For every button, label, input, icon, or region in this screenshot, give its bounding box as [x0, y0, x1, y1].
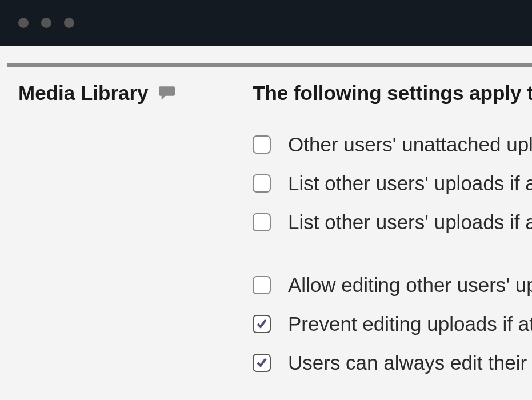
checkbox-row-unattached-uploads: Other users' unattached uploads	[253, 133, 532, 156]
checkbox-unattached-uploads[interactable]	[253, 135, 271, 154]
checkbox-row-list-uploads-1: List other users' uploads if attach	[253, 172, 532, 195]
checkbox-label: Prevent editing uploads if attache	[288, 313, 532, 335]
media-library-options: The following settings apply to use Othe…	[253, 82, 532, 390]
checkbox-row-allow-editing: Allow editing other users' uploads	[253, 274, 532, 297]
checkbox-label: List other users' uploads if attach	[288, 211, 532, 234]
media-library-section: Media Library The following settings app…	[0, 67, 532, 400]
checkmark-icon	[256, 357, 267, 369]
checkmark-icon	[256, 318, 267, 330]
section-label-column: Media Library	[18, 82, 253, 390]
comment-icon	[159, 86, 175, 100]
checkbox-allow-editing[interactable]	[253, 276, 271, 294]
checkbox-label: Other users' unattached uploads	[288, 133, 532, 156]
checkbox-row-list-uploads-2: List other users' uploads if attach	[253, 211, 532, 234]
checkbox-row-users-own-edit: Users can always edit their own at	[253, 351, 532, 374]
checkbox-users-own-edit[interactable]	[253, 354, 271, 372]
window-titlebar	[0, 0, 532, 46]
traffic-light-maximize[interactable]	[64, 18, 74, 28]
settings-content: Media Library The following settings app…	[0, 46, 532, 400]
checkbox-label: Users can always edit their own at	[288, 351, 532, 374]
traffic-light-close[interactable]	[18, 18, 29, 28]
checkbox-list-uploads-2[interactable]	[253, 213, 271, 231]
section-divider	[7, 63, 532, 67]
section-label: Media Library	[18, 82, 253, 105]
checkbox-label: Allow editing other users' uploads	[288, 274, 532, 297]
traffic-light-minimize[interactable]	[41, 18, 51, 28]
media-library-heading: The following settings apply to use	[253, 82, 532, 105]
checkbox-prevent-editing[interactable]	[253, 315, 271, 333]
checkbox-list-uploads-1[interactable]	[253, 174, 271, 193]
checkbox-label: List other users' uploads if attach	[288, 172, 532, 195]
section-title-media-library: Media Library	[18, 82, 149, 105]
checkbox-row-prevent-editing: Prevent editing uploads if attache	[253, 313, 532, 335]
